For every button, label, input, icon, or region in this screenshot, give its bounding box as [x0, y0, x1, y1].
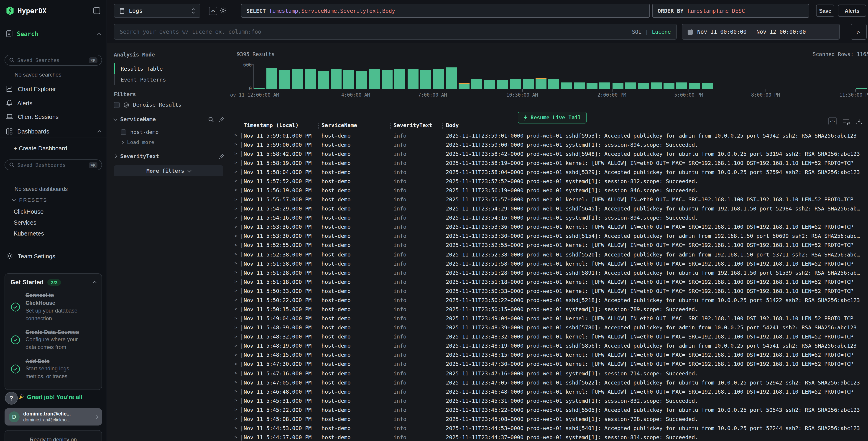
expand-row-icon[interactable]: >: [235, 270, 237, 275]
sidebar-item-dashboards[interactable]: Dashboards: [6, 126, 101, 136]
log-row[interactable]: >Nov 11 5:49:04.000 PMhost-demoinfo2025-…: [230, 314, 868, 323]
expand-row-icon[interactable]: >: [235, 425, 237, 430]
histogram-bar[interactable]: [587, 83, 598, 89]
sql-toggle[interactable]: SQL: [632, 28, 642, 35]
select-clause-input[interactable]: SELECT Timestamp,ServiceName,SeverityTex…: [241, 4, 650, 18]
histogram-bar[interactable]: [369, 69, 380, 89]
expand-row-icon[interactable]: >: [235, 371, 237, 375]
expand-row-icon[interactable]: >: [235, 261, 237, 266]
histogram-bar[interactable]: [420, 70, 431, 89]
column-resize-handle[interactable]: [390, 123, 391, 129]
histogram-bar[interactable]: [497, 80, 508, 89]
expand-row-icon[interactable]: >: [235, 361, 237, 366]
histogram-bar[interactable]: [548, 79, 559, 89]
histogram-bar[interactable]: [331, 69, 342, 89]
expand-row-icon[interactable]: >: [235, 206, 237, 211]
service-value-row[interactable]: host-demo: [121, 129, 224, 135]
histogram-bar[interactable]: [433, 69, 444, 89]
column-resize-handle[interactable]: [318, 123, 319, 129]
histogram-bar[interactable]: [267, 68, 277, 89]
expand-row-icon[interactable]: >: [235, 160, 237, 165]
log-row[interactable]: >Nov 11 5:56:19.000 PMhost-demoinfo2025-…: [230, 186, 868, 195]
expand-row-icon[interactable]: >: [235, 169, 237, 174]
histogram-bar[interactable]: [484, 80, 495, 89]
col-body[interactable]: Body: [446, 122, 459, 128]
histogram-bar[interactable]: [407, 68, 418, 89]
log-row[interactable]: >Nov 11 5:50:22.000 PMhost-demoinfo2025-…: [230, 296, 868, 305]
chevron-up-icon[interactable]: [97, 130, 101, 134]
expand-row-icon[interactable]: >: [235, 334, 237, 339]
query-settings-gear-icon[interactable]: [219, 7, 227, 14]
denoise-results-row[interactable]: Denoise Results: [114, 101, 224, 108]
expand-row-icon[interactable]: >: [235, 224, 237, 229]
events-histogram[interactable]: 600 0 Nov 11 12:00:00 AM4:00:00 AM7:00:0…: [230, 61, 868, 97]
sidebar-item-chart-explorer[interactable]: Chart Explorer: [6, 84, 101, 94]
histogram-bar[interactable]: [574, 83, 585, 89]
log-row[interactable]: >Nov 11 5:58:42.000 PMhost-demoinfo2025-…: [230, 149, 868, 158]
log-row[interactable]: >Nov 11 5:59:00.000 PMhost-demoinfo2025-…: [230, 140, 868, 149]
saved-searches-input[interactable]: Saved Searches ⌘K: [5, 55, 102, 66]
date-range-picker[interactable]: Nov 11 00:00:00 - Nov 12 00:00:00: [682, 24, 840, 40]
host-demo-checkbox[interactable]: [121, 129, 126, 135]
log-row[interactable]: >Nov 11 5:52:38.000 PMhost-demoinfo2025-…: [230, 250, 868, 259]
column-resize-handle[interactable]: [442, 123, 443, 129]
deploy-banner[interactable]: Ready to deploy on: [5, 430, 102, 441]
log-row[interactable]: >Nov 11 5:44:37.000 PMhost-demoinfo2025-…: [230, 433, 868, 441]
code-view-button[interactable]: <>: [209, 7, 217, 15]
expand-row-icon[interactable]: >: [235, 151, 237, 156]
histogram-bar[interactable]: [856, 88, 867, 89]
expand-row-icon[interactable]: >: [235, 187, 237, 193]
expand-row-icon[interactable]: >: [235, 233, 237, 238]
expand-row-icon[interactable]: >: [235, 215, 237, 220]
preset-services[interactable]: Services: [14, 219, 36, 226]
log-row[interactable]: >Nov 11 5:46:48.000 PMhost-demoinfo2025-…: [230, 387, 868, 396]
service-name-group[interactable]: ServiceName: [114, 116, 224, 122]
histogram-bar[interactable]: [292, 69, 303, 89]
pin-icon[interactable]: [219, 153, 224, 159]
sidebar-item-search[interactable]: Search: [6, 28, 101, 39]
expand-row-icon[interactable]: >: [235, 325, 237, 330]
sidebar-item-alerts[interactable]: Alerts: [6, 98, 101, 108]
log-row[interactable]: >Nov 11 5:51:18.000 PMhost-demoinfo2025-…: [230, 278, 868, 287]
severity-text-group[interactable]: SeverityText: [114, 153, 224, 159]
log-row[interactable]: >Nov 11 5:59:01.000 PMhost-demoinfo2025-…: [230, 131, 868, 140]
histogram-bar[interactable]: [523, 79, 533, 89]
histogram-bar[interactable]: [343, 69, 354, 89]
expand-row-icon[interactable]: >: [235, 242, 237, 247]
histogram-warn-bar[interactable]: [459, 83, 469, 84]
log-row[interactable]: >Nov 11 5:48:39.000 PMhost-demoinfo2025-…: [230, 323, 868, 332]
expand-row-icon[interactable]: >: [235, 306, 237, 312]
log-row[interactable]: >Nov 11 5:50:33.000 PMhost-demoinfo2025-…: [230, 287, 868, 296]
log-row[interactable]: >Nov 11 5:45:22.000 PMhost-demoinfo2025-…: [230, 406, 868, 415]
create-dashboard-button[interactable]: + Create Dashboard: [14, 145, 67, 152]
expand-row-icon[interactable]: >: [235, 178, 237, 183]
log-row[interactable]: >Nov 11 5:48:15.000 PMhost-demoinfo2025-…: [230, 351, 868, 360]
lucene-search-input[interactable]: Search your events w/ Lucene ex. column:…: [114, 24, 677, 40]
denoise-checkbox[interactable]: [114, 102, 120, 108]
histogram-bar[interactable]: [702, 83, 713, 89]
expand-row-icon[interactable]: >: [235, 133, 237, 138]
expand-row-icon[interactable]: >: [235, 297, 237, 302]
chevron-up-icon[interactable]: [93, 281, 97, 285]
log-row[interactable]: >Nov 11 5:48:19.000 PMhost-demoinfo2025-…: [230, 342, 868, 351]
histogram-bar[interactable]: [561, 83, 572, 89]
sidebar-item-team-settings[interactable]: Team Settings: [6, 251, 101, 261]
expand-row-icon[interactable]: >: [235, 343, 237, 348]
histogram-bar[interactable]: [663, 83, 675, 89]
preset-kubernetes[interactable]: Kubernetes: [14, 230, 44, 237]
log-row[interactable]: >Nov 11 5:47:30.000 PMhost-demoinfo2025-…: [230, 360, 868, 369]
expand-row-icon[interactable]: >: [235, 279, 237, 284]
histogram-bar[interactable]: [279, 70, 290, 89]
log-row[interactable]: >Nov 11 5:51:58.000 PMhost-demoinfo2025-…: [230, 259, 868, 268]
lucene-toggle[interactable]: Lucene: [652, 28, 671, 35]
histogram-bar[interactable]: [535, 79, 547, 89]
log-row[interactable]: >Nov 11 5:45:31.000 PMhost-demoinfo2025-…: [230, 396, 868, 406]
col-servicename[interactable]: ServiceName: [321, 122, 357, 128]
histogram-bar[interactable]: [318, 70, 329, 89]
expand-row-icon[interactable]: >: [235, 252, 237, 257]
user-menu[interactable]: D dominic.tran@clic... dominic.tran@clic…: [5, 408, 102, 425]
histogram-bar[interactable]: [510, 79, 521, 89]
get-started-step-add-data[interactable]: Add Data Start sending logs, metrics, or…: [10, 357, 96, 381]
chevron-up-icon[interactable]: [97, 33, 101, 36]
log-row[interactable]: >Nov 11 5:48:32.000 PMhost-demoinfo2025-…: [230, 332, 868, 342]
